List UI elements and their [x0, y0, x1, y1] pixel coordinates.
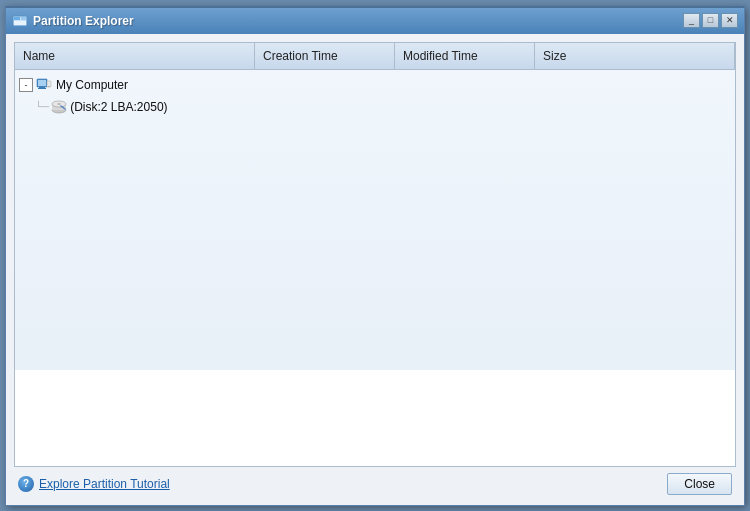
- table-row[interactable]: └─ (Disk:2 LBA:2050): [15, 96, 735, 118]
- footer-bar: ? Explore Partition Tutorial Close: [14, 467, 736, 497]
- disk-icon: [51, 99, 67, 115]
- col-header-size[interactable]: Size: [535, 43, 735, 69]
- window-title: Partition Explorer: [33, 14, 134, 28]
- tree-cell-size: [535, 84, 735, 86]
- app-icon: [12, 13, 28, 29]
- col-header-name[interactable]: Name: [15, 43, 255, 69]
- title-bar-left: Partition Explorer: [12, 13, 134, 29]
- help-icon: ?: [18, 476, 34, 492]
- tree-content: - My Computer: [15, 70, 735, 370]
- tutorial-link[interactable]: Explore Partition Tutorial: [39, 477, 170, 491]
- table-row[interactable]: - My Computer: [15, 74, 735, 96]
- tree-cell-name: - My Computer: [15, 76, 255, 94]
- svg-rect-3: [14, 21, 26, 25]
- computer-icon: [36, 77, 52, 93]
- svg-point-9: [48, 85, 49, 86]
- my-computer-label: My Computer: [56, 78, 128, 92]
- svg-point-13: [57, 103, 61, 105]
- tree-cell-modified: [395, 84, 535, 86]
- close-title-button[interactable]: ✕: [721, 13, 738, 28]
- maximize-button[interactable]: □: [702, 13, 719, 28]
- tree-cell-creation: [255, 84, 395, 86]
- table-header: Name Creation Time Modified Time Size: [15, 43, 735, 70]
- title-bar: Partition Explorer _ □ ✕: [6, 8, 744, 34]
- tree-cell-disk-modified: [395, 106, 535, 108]
- tree-panel[interactable]: Name Creation Time Modified Time Size -: [14, 42, 736, 467]
- tree-cell-disk-size: [535, 106, 735, 108]
- tree-cell-disk-creation: [255, 106, 395, 108]
- svg-rect-2: [21, 17, 26, 20]
- col-header-creation[interactable]: Creation Time: [255, 43, 395, 69]
- window-body: Name Creation Time Modified Time Size -: [6, 34, 744, 505]
- col-header-modified[interactable]: Modified Time: [395, 43, 535, 69]
- expand-button[interactable]: -: [19, 78, 33, 92]
- footer-left: ? Explore Partition Tutorial: [18, 476, 170, 492]
- minimize-button[interactable]: _: [683, 13, 700, 28]
- svg-rect-1: [14, 17, 20, 20]
- disk-label: (Disk:2 LBA:2050): [70, 100, 167, 114]
- svg-rect-5: [38, 80, 46, 86]
- close-button[interactable]: Close: [667, 473, 732, 495]
- svg-rect-6: [39, 87, 45, 88]
- tree-connector: └─: [35, 101, 49, 112]
- main-window: Partition Explorer _ □ ✕ Name Creation T…: [5, 6, 745, 506]
- svg-rect-7: [38, 88, 46, 89]
- tree-cell-name-child: └─ (Disk:2 LBA:2050): [15, 98, 255, 116]
- tree-indent: [15, 101, 35, 112]
- title-buttons: _ □ ✕: [683, 13, 738, 28]
